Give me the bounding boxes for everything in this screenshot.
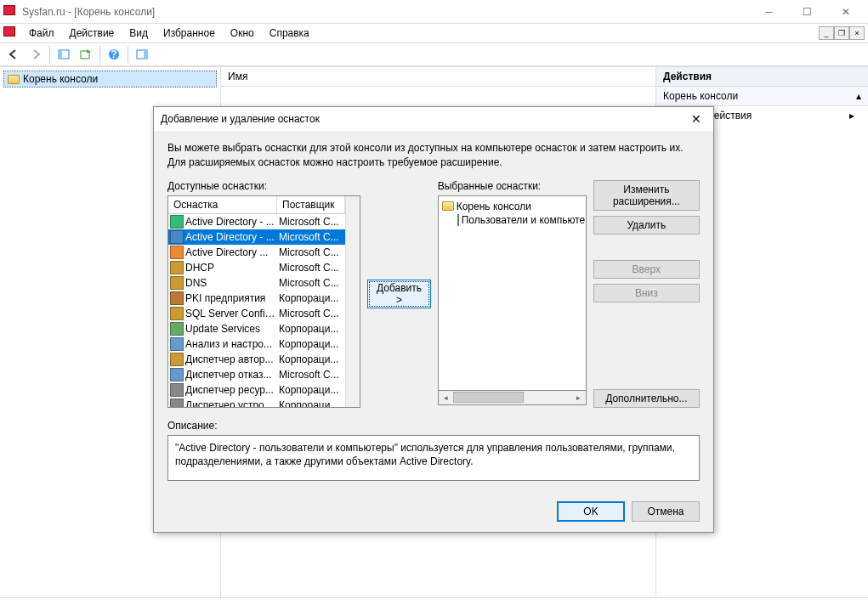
- chevron-right-icon: ▸: [849, 110, 854, 122]
- dialog-title: Добавление и удаление оснасток: [161, 113, 686, 125]
- advanced-button[interactable]: Дополнительно...: [593, 389, 700, 408]
- snapin-icon: [170, 353, 184, 366]
- mdi-controls: _ ❐ ×: [819, 26, 865, 40]
- actions-context-label: Корень консоли: [663, 90, 738, 102]
- ok-button[interactable]: OK: [557, 501, 625, 522]
- snapin-row[interactable]: DNSMicrosoft C...: [168, 275, 345, 291]
- collapse-icon[interactable]: ▴: [856, 90, 861, 102]
- snapin-row[interactable]: Диспетчер ресур...Корпораци...: [168, 382, 345, 398]
- snapin-vendor: Корпораци...: [279, 399, 343, 407]
- forward-button[interactable]: [26, 44, 46, 65]
- help-button[interactable]: ?: [104, 44, 124, 65]
- snapin-row[interactable]: Диспетчер автор...Корпораци...: [168, 352, 345, 367]
- move-up-button[interactable]: Вверх: [593, 260, 700, 279]
- available-snapins-list[interactable]: Оснастка Поставщик Active Directory - ..…: [167, 195, 360, 408]
- selected-snapins-tree[interactable]: Корень консоли Пользователи и компьютеры: [438, 195, 587, 391]
- actions-context[interactable]: Корень консоли ▴: [656, 87, 868, 106]
- back-button[interactable]: [3, 44, 24, 65]
- snapin-name: Диспетчер автор...: [185, 353, 279, 365]
- mdi-minimize[interactable]: _: [819, 26, 834, 40]
- description-box: "Active Directory - пользователи и компь…: [167, 435, 700, 481]
- mdi-close[interactable]: ×: [849, 26, 865, 40]
- export-button[interactable]: [76, 44, 96, 65]
- selected-h-scrollbar[interactable]: ◂ ▸: [438, 391, 587, 405]
- snapin-icon: [170, 215, 184, 229]
- snapin-name: PKI предприятия: [185, 292, 279, 304]
- close-button[interactable]: ✕: [826, 0, 865, 24]
- snapin-icon: [170, 291, 184, 305]
- maximize-button[interactable]: ☐: [788, 0, 826, 24]
- snapin-name: Диспетчер отказ...: [185, 369, 279, 381]
- app-icon-small: [3, 26, 17, 40]
- snapin-row[interactable]: DHCPMicrosoft C...: [168, 260, 345, 275]
- snapin-row[interactable]: Active Directory ...Microsoft C...: [168, 245, 345, 260]
- selected-label: Выбранные оснастки:: [438, 180, 587, 192]
- snapin-name: DNS: [185, 277, 279, 289]
- menu-action[interactable]: Действие: [63, 25, 122, 41]
- mdi-restore[interactable]: ❐: [834, 26, 849, 40]
- col-snapin[interactable]: Оснастка: [168, 196, 277, 213]
- selected-child[interactable]: Пользователи и компьютеры: [457, 213, 582, 227]
- toolbar: ?: [0, 42, 868, 66]
- available-label: Доступные оснастки:: [167, 180, 360, 192]
- add-remove-snapin-dialog: Добавление и удаление оснасток ✕ Вы може…: [153, 106, 714, 533]
- snapin-name: Диспетчер устро...: [185, 399, 279, 407]
- menubar: Файл Действие Вид Избранное Окно Справка…: [0, 24, 868, 42]
- snapin-vendor: Microsoft C...: [279, 262, 343, 274]
- show-action-pane-button[interactable]: [132, 44, 152, 65]
- menu-file[interactable]: Файл: [22, 25, 61, 41]
- titlebar: Sysfan.ru - [Корень консоли] ─ ☐ ✕: [0, 0, 868, 24]
- svg-rect-1: [59, 50, 62, 59]
- selected-root[interactable]: Корень консоли: [442, 200, 582, 213]
- snapin-name: DHCP: [185, 262, 279, 274]
- svg-rect-6: [144, 50, 147, 59]
- menu-window[interactable]: Окно: [224, 25, 261, 41]
- available-header: Оснастка Поставщик: [168, 196, 345, 214]
- snapin-name: Диспетчер ресур...: [185, 384, 279, 396]
- snapin-vendor: Корпораци...: [279, 353, 343, 365]
- snapin-icon: [170, 383, 184, 397]
- snapin-name: Update Services: [185, 323, 279, 335]
- snapin-row[interactable]: Update ServicesКорпораци...: [168, 321, 345, 336]
- scroll-right-icon[interactable]: ▸: [571, 393, 586, 402]
- edit-extensions-button[interactable]: Изменить расширения...: [593, 180, 700, 211]
- snapin-icon: [170, 276, 184, 290]
- snapin-row[interactable]: Диспетчер устро...Корпораци...: [168, 398, 345, 407]
- snapin-icon: [170, 398, 184, 407]
- snapin-row[interactable]: Анализ и настро...Корпораци...: [168, 336, 345, 352]
- actions-header: Действия: [656, 67, 868, 87]
- snapin-row[interactable]: SQL Server Config...Microsoft C...: [168, 306, 345, 321]
- snapin-icon: [170, 230, 184, 244]
- snapin-vendor: Корпораци...: [279, 292, 343, 304]
- snapin-row[interactable]: Диспетчер отказ...Microsoft C...: [168, 367, 345, 382]
- menu-favorites[interactable]: Избранное: [156, 25, 222, 41]
- snapin-row[interactable]: Active Directory - ...Microsoft C...: [168, 214, 345, 229]
- snapin-name: Active Directory ...: [185, 246, 279, 258]
- snapin-name: Active Directory - ...: [185, 216, 279, 228]
- snapin-icon: [170, 261, 184, 274]
- tree-root-item[interactable]: Корень консоли: [3, 71, 217, 88]
- cancel-button[interactable]: Отмена: [632, 501, 700, 522]
- menu-help[interactable]: Справка: [263, 25, 316, 41]
- col-vendor[interactable]: Поставщик: [277, 196, 345, 213]
- available-scrollbar[interactable]: [345, 196, 360, 407]
- snapin-vendor: Microsoft C...: [279, 216, 343, 228]
- move-down-button[interactable]: Вниз: [593, 284, 700, 302]
- snapin-vendor: Корпораци...: [279, 384, 343, 396]
- center-column-name[interactable]: Имя: [221, 67, 655, 87]
- snapin-row[interactable]: PKI предприятияКорпораци...: [168, 291, 345, 306]
- dialog-close-button[interactable]: ✕: [686, 112, 706, 126]
- minimize-button[interactable]: ─: [750, 0, 788, 24]
- snapin-name: Active Directory - ...: [185, 231, 279, 243]
- snapin-row[interactable]: Active Directory - ...Microsoft C...: [168, 229, 345, 245]
- menu-view[interactable]: Вид: [122, 25, 155, 41]
- scroll-left-icon[interactable]: ◂: [439, 393, 453, 402]
- snapin-vendor: Microsoft C...: [279, 277, 343, 289]
- snapin-vendor: Microsoft C...: [279, 308, 343, 319]
- add-button[interactable]: Добавить >: [367, 280, 430, 308]
- snapin-icon: [170, 337, 184, 351]
- remove-button[interactable]: Удалить: [593, 216, 700, 235]
- show-hide-tree-button[interactable]: [54, 44, 74, 65]
- snapin-icon: [457, 214, 459, 226]
- tree-root-label: Корень консоли: [23, 73, 98, 85]
